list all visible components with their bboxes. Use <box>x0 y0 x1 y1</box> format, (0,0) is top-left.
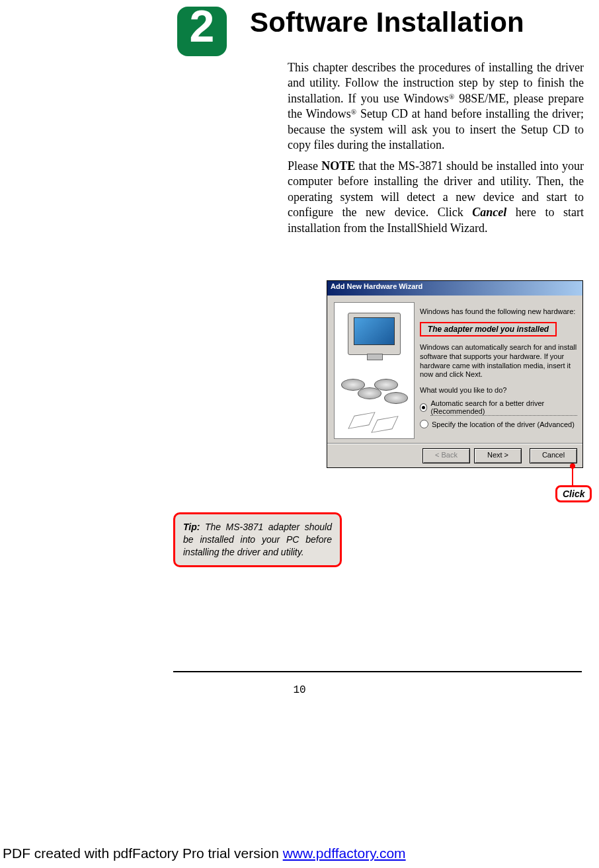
chapter-number: 2 <box>177 0 227 52</box>
model-callout: The adapter model you installed <box>420 322 557 336</box>
footer-prefix: PDF created with pdfFactory Pro trial ve… <box>3 846 283 861</box>
wizard-titlebar: Add New Hardware Wizard <box>327 281 582 296</box>
page-number: 10 <box>0 684 599 696</box>
wizard-found-text: Windows has found the following new hard… <box>420 307 577 315</box>
para2-a: Please <box>288 159 321 173</box>
cd-icon <box>374 379 398 391</box>
tip-label: Tip: <box>183 522 200 532</box>
cd-icons <box>338 375 411 409</box>
note-word: NOTE <box>321 159 355 173</box>
pdf-footer: PDF created with pdfFactory Pro trial ve… <box>3 846 406 861</box>
wizard-question: What would you like to do? <box>420 386 577 394</box>
wizard-body: Windows has found the following new hard… <box>327 296 582 446</box>
chapter-number-badge: 2 <box>177 7 227 56</box>
radio-icon <box>420 403 427 412</box>
cancel-button[interactable]: Cancel <box>530 448 577 463</box>
paper-icon <box>348 412 375 429</box>
tip-box: Tip: The MS-3871 adapter should be insta… <box>173 512 342 567</box>
radio-icon <box>420 420 428 428</box>
radio-label: Specify the location of the driver (Adva… <box>432 420 575 428</box>
registered-mark: ® <box>449 93 454 100</box>
cancel-word: Cancel <box>472 206 506 219</box>
registered-mark: ® <box>351 108 356 116</box>
chapter-title: Software Installation <box>250 7 524 38</box>
radio-option-specify[interactable]: Specify the location of the driver (Adva… <box>420 420 577 428</box>
document-page: 2 Software Installation This chapter des… <box>0 0 599 868</box>
click-callout: Click <box>555 485 592 502</box>
intro-paragraph: This chapter describes the procedures of… <box>288 60 584 153</box>
back-button[interactable]: < Back <box>422 448 470 463</box>
next-button[interactable]: Next > <box>474 448 522 463</box>
paper-icon <box>371 416 398 433</box>
wizard-footer: < Back Next > Cancel <box>327 443 582 467</box>
tip-text: The MS-3871 adapter should be installed … <box>183 522 332 557</box>
radio-label: Automatic search for a better driver (Re… <box>430 399 577 416</box>
wizard-content: Windows has found the following new hard… <box>420 302 577 432</box>
click-pointer-line <box>572 466 573 486</box>
wizard-description: Windows can automatically search for and… <box>420 343 577 379</box>
cd-icon <box>384 392 408 404</box>
radio-option-auto[interactable]: Automatic search for a better driver (Re… <box>420 399 577 416</box>
page-divider <box>173 671 582 672</box>
monitor-icon <box>348 313 401 355</box>
hardware-wizard-dialog: Add New Hardware Wizard Windows has foun… <box>327 280 583 468</box>
wizard-illustration <box>334 302 415 439</box>
footer-link[interactable]: www.pdffactory.com <box>283 846 406 861</box>
note-paragraph: Please NOTE that the MS-3871 should be i… <box>288 159 584 236</box>
